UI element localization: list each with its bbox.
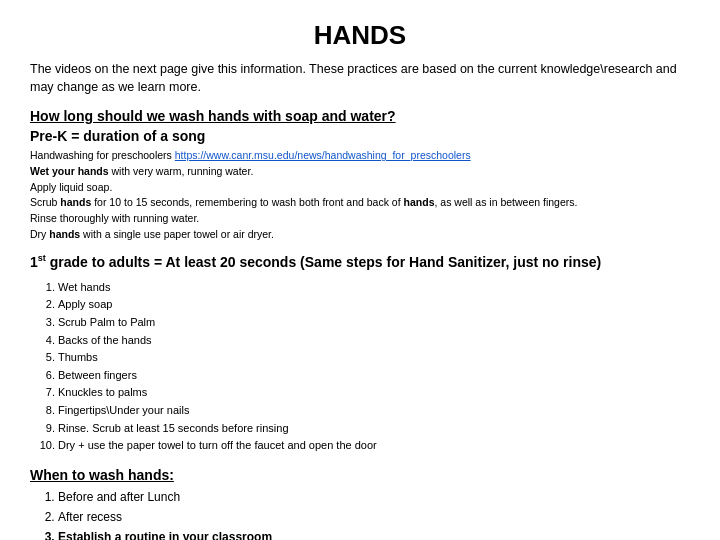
list-item: Knuckles to palms: [58, 384, 690, 402]
grade-heading: 1st grade to adults = At least 20 second…: [30, 253, 690, 273]
list-item: Rinse. Scrub at least 15 seconds before …: [58, 420, 690, 438]
grade-sup: st: [38, 254, 46, 264]
list-item: Backs of the hands: [58, 332, 690, 350]
section-grade: 1st grade to adults = At least 20 second…: [30, 253, 690, 455]
section-handwashing-duration: How long should we wash hands with soap …: [30, 108, 690, 243]
grade-steps-list: Wet hands Apply soap Scrub Palm to Palm …: [58, 279, 690, 455]
when-list: Before and after Lunch After recess Esta…: [58, 487, 690, 540]
list-item: Thumbs: [58, 349, 690, 367]
step-rinse: Rinse thoroughly with running water.: [30, 212, 199, 224]
list-item: Fingertips\Under your nails: [58, 402, 690, 420]
list-item: Wet hands: [58, 279, 690, 297]
section1-sub-heading: Pre-K = duration of a song: [30, 128, 690, 144]
step-dry: Dry hands with a single use paper towel …: [30, 228, 274, 240]
handwashing-label: Handwashing for preschoolers: [30, 149, 175, 161]
list-item: Dry + use the paper towel to turn off th…: [58, 437, 690, 455]
section1-heading: How long should we wash hands with soap …: [30, 108, 690, 124]
page-title: HANDS: [30, 20, 690, 51]
page: HANDS The videos on the next page give t…: [0, 0, 720, 540]
list-item: Before and after Lunch: [58, 487, 690, 507]
when-heading: When to wash hands:: [30, 467, 690, 483]
grade-rest: grade to adults = At least 20 seconds (S…: [46, 254, 601, 270]
section1-details: Handwashing for preschoolers https://www…: [30, 148, 690, 243]
list-item-bold: Establish a routine in your classroom: [58, 527, 690, 540]
list-item: After recess: [58, 507, 690, 527]
step-wet: Wet your hands with very warm, running w…: [30, 165, 253, 177]
step-scrub: Scrub hands for 10 to 15 seconds, rememb…: [30, 196, 577, 208]
grade-number: 1: [30, 254, 38, 270]
section-when: When to wash hands: Before and after Lun…: [30, 467, 690, 540]
step-apply: Apply liquid soap.: [30, 181, 112, 193]
intro-text: The videos on the next page give this in…: [30, 61, 690, 96]
grade-heading-text: 1st grade to adults = At least 20 second…: [30, 254, 601, 270]
list-item: Between fingers: [58, 367, 690, 385]
list-item: Apply soap: [58, 296, 690, 314]
handwashing-link[interactable]: https://www.canr.msu.edu/news/handwashin…: [175, 149, 471, 161]
list-item: Scrub Palm to Palm: [58, 314, 690, 332]
